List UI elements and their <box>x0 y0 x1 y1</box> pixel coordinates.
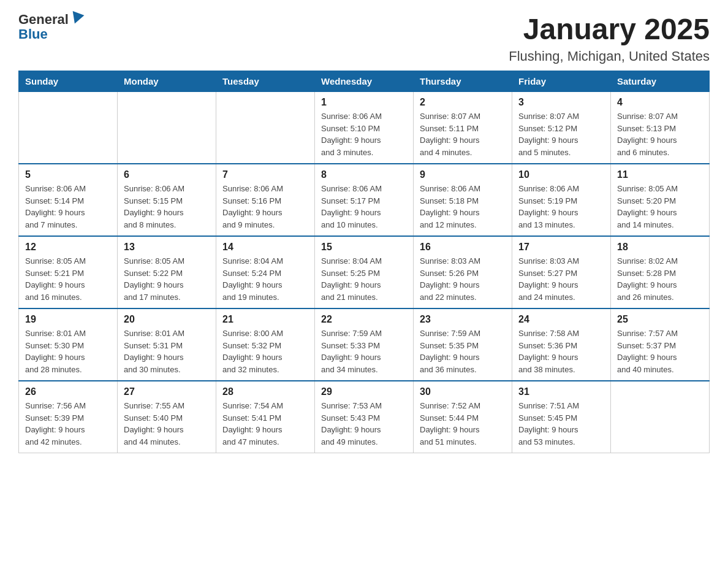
calendar-cell: 14Sunrise: 8:04 AM Sunset: 5:24 PM Dayli… <box>216 236 315 308</box>
calendar-cell: 15Sunrise: 8:04 AM Sunset: 5:25 PM Dayli… <box>315 236 414 308</box>
calendar-cell: 4Sunrise: 8:07 AM Sunset: 5:13 PM Daylig… <box>611 92 710 164</box>
calendar-cell: 21Sunrise: 8:00 AM Sunset: 5:32 PM Dayli… <box>216 308 315 381</box>
page-header: General Blue January 2025 Flushing, Mich… <box>18 12 710 64</box>
calendar-cell: 9Sunrise: 8:06 AM Sunset: 5:18 PM Daylig… <box>414 164 512 236</box>
day-info: Sunrise: 8:03 AM Sunset: 5:26 PM Dayligh… <box>420 255 506 303</box>
title-block: January 2025 Flushing, Michigan, United … <box>509 12 710 64</box>
day-info: Sunrise: 8:06 AM Sunset: 5:19 PM Dayligh… <box>518 183 604 231</box>
calendar-cell: 22Sunrise: 7:59 AM Sunset: 5:33 PM Dayli… <box>315 308 414 381</box>
calendar-cell: 30Sunrise: 7:52 AM Sunset: 5:44 PM Dayli… <box>414 381 512 453</box>
day-number: 4 <box>617 97 703 108</box>
day-of-week-friday: Friday <box>512 71 611 92</box>
calendar-week-row: 5Sunrise: 8:06 AM Sunset: 5:14 PM Daylig… <box>19 164 710 236</box>
calendar-cell: 23Sunrise: 7:59 AM Sunset: 5:35 PM Dayli… <box>414 308 512 381</box>
calendar-cell: 31Sunrise: 7:51 AM Sunset: 5:45 PM Dayli… <box>512 381 611 453</box>
day-of-week-saturday: Saturday <box>611 71 710 92</box>
day-number: 27 <box>124 386 210 397</box>
day-info: Sunrise: 8:04 AM Sunset: 5:25 PM Dayligh… <box>321 255 407 303</box>
calendar-week-row: 12Sunrise: 8:05 AM Sunset: 5:21 PM Dayli… <box>19 236 710 308</box>
day-of-week-wednesday: Wednesday <box>315 71 414 92</box>
calendar-cell: 25Sunrise: 7:57 AM Sunset: 5:37 PM Dayli… <box>611 308 710 381</box>
calendar-cell <box>19 92 118 164</box>
day-number: 25 <box>617 314 703 325</box>
day-info: Sunrise: 8:05 AM Sunset: 5:20 PM Dayligh… <box>617 183 703 231</box>
day-info: Sunrise: 8:02 AM Sunset: 5:28 PM Dayligh… <box>617 255 703 303</box>
calendar-cell: 29Sunrise: 7:53 AM Sunset: 5:43 PM Dayli… <box>315 381 414 453</box>
calendar-cell: 2Sunrise: 8:07 AM Sunset: 5:11 PM Daylig… <box>414 92 512 164</box>
day-info: Sunrise: 7:52 AM Sunset: 5:44 PM Dayligh… <box>420 400 506 448</box>
calendar-cell: 7Sunrise: 8:06 AM Sunset: 5:16 PM Daylig… <box>216 164 315 236</box>
day-number: 2 <box>420 97 506 108</box>
calendar-cell: 13Sunrise: 8:05 AM Sunset: 5:22 PM Dayli… <box>118 236 216 308</box>
day-number: 21 <box>222 314 308 325</box>
day-number: 15 <box>321 242 407 253</box>
day-info: Sunrise: 8:06 AM Sunset: 5:14 PM Dayligh… <box>25 183 111 231</box>
day-number: 10 <box>518 169 604 180</box>
day-info: Sunrise: 7:54 AM Sunset: 5:41 PM Dayligh… <box>222 400 308 448</box>
day-of-week-sunday: Sunday <box>19 71 118 92</box>
day-number: 19 <box>25 314 111 325</box>
day-info: Sunrise: 8:05 AM Sunset: 5:21 PM Dayligh… <box>25 255 111 303</box>
calendar-cell: 6Sunrise: 8:06 AM Sunset: 5:15 PM Daylig… <box>118 164 216 236</box>
day-number: 22 <box>321 314 407 325</box>
logo: General Blue <box>18 12 83 42</box>
calendar-week-row: 1Sunrise: 8:06 AM Sunset: 5:10 PM Daylig… <box>19 92 710 164</box>
logo-text-blue: Blue <box>18 26 48 42</box>
day-of-week-monday: Monday <box>118 71 216 92</box>
day-number: 8 <box>321 169 407 180</box>
day-info: Sunrise: 7:56 AM Sunset: 5:39 PM Dayligh… <box>25 400 111 448</box>
day-number: 29 <box>321 386 407 397</box>
day-info: Sunrise: 8:01 AM Sunset: 5:30 PM Dayligh… <box>25 327 111 375</box>
page-subtitle: Flushing, Michigan, United States <box>509 48 710 64</box>
calendar-table: SundayMondayTuesdayWednesdayThursdayFrid… <box>18 71 710 453</box>
calendar-week-row: 19Sunrise: 8:01 AM Sunset: 5:30 PM Dayli… <box>19 308 710 381</box>
day-of-week-tuesday: Tuesday <box>216 71 315 92</box>
day-number: 9 <box>420 169 506 180</box>
day-number: 28 <box>222 386 308 397</box>
calendar-cell: 8Sunrise: 8:06 AM Sunset: 5:17 PM Daylig… <box>315 164 414 236</box>
calendar-cell: 11Sunrise: 8:05 AM Sunset: 5:20 PM Dayli… <box>611 164 710 236</box>
calendar-cell: 18Sunrise: 8:02 AM Sunset: 5:28 PM Dayli… <box>611 236 710 308</box>
day-number: 17 <box>518 242 604 253</box>
calendar-cell: 10Sunrise: 8:06 AM Sunset: 5:19 PM Dayli… <box>512 164 611 236</box>
day-number: 13 <box>124 242 210 253</box>
day-of-week-thursday: Thursday <box>414 71 512 92</box>
day-info: Sunrise: 7:55 AM Sunset: 5:40 PM Dayligh… <box>124 400 210 448</box>
day-number: 14 <box>222 242 308 253</box>
calendar-cell: 20Sunrise: 8:01 AM Sunset: 5:31 PM Dayli… <box>118 308 216 381</box>
day-number: 1 <box>321 97 407 108</box>
day-info: Sunrise: 8:06 AM Sunset: 5:18 PM Dayligh… <box>420 183 506 231</box>
day-info: Sunrise: 8:00 AM Sunset: 5:32 PM Dayligh… <box>222 327 308 375</box>
calendar-week-row: 26Sunrise: 7:56 AM Sunset: 5:39 PM Dayli… <box>19 381 710 453</box>
day-number: 6 <box>124 169 210 180</box>
day-number: 20 <box>124 314 210 325</box>
day-info: Sunrise: 8:07 AM Sunset: 5:11 PM Dayligh… <box>420 110 506 158</box>
day-number: 11 <box>617 169 703 180</box>
day-number: 18 <box>617 242 703 253</box>
calendar-cell: 26Sunrise: 7:56 AM Sunset: 5:39 PM Dayli… <box>19 381 118 453</box>
day-info: Sunrise: 8:07 AM Sunset: 5:12 PM Dayligh… <box>518 110 604 158</box>
day-number: 16 <box>420 242 506 253</box>
calendar-cell <box>611 381 710 453</box>
day-number: 12 <box>25 242 111 253</box>
logo-triangle-icon <box>69 11 84 26</box>
day-info: Sunrise: 7:53 AM Sunset: 5:43 PM Dayligh… <box>321 400 407 448</box>
calendar-cell: 3Sunrise: 8:07 AM Sunset: 5:12 PM Daylig… <box>512 92 611 164</box>
calendar-cell <box>216 92 315 164</box>
calendar-cell: 12Sunrise: 8:05 AM Sunset: 5:21 PM Dayli… <box>19 236 118 308</box>
day-info: Sunrise: 8:06 AM Sunset: 5:16 PM Dayligh… <box>222 183 308 231</box>
day-number: 7 <box>222 169 308 180</box>
day-info: Sunrise: 8:03 AM Sunset: 5:27 PM Dayligh… <box>518 255 604 303</box>
day-info: Sunrise: 8:06 AM Sunset: 5:15 PM Dayligh… <box>124 183 210 231</box>
day-info: Sunrise: 7:59 AM Sunset: 5:35 PM Dayligh… <box>420 327 506 375</box>
calendar-cell <box>118 92 216 164</box>
day-info: Sunrise: 7:57 AM Sunset: 5:37 PM Dayligh… <box>617 327 703 375</box>
day-number: 31 <box>518 386 604 397</box>
day-info: Sunrise: 8:04 AM Sunset: 5:24 PM Dayligh… <box>222 255 308 303</box>
day-info: Sunrise: 8:07 AM Sunset: 5:13 PM Dayligh… <box>617 110 703 158</box>
day-info: Sunrise: 8:06 AM Sunset: 5:17 PM Dayligh… <box>321 183 407 231</box>
day-number: 24 <box>518 314 604 325</box>
page-title: January 2025 <box>509 12 710 46</box>
logo-text-general: General <box>18 12 69 27</box>
calendar-cell: 24Sunrise: 7:58 AM Sunset: 5:36 PM Dayli… <box>512 308 611 381</box>
